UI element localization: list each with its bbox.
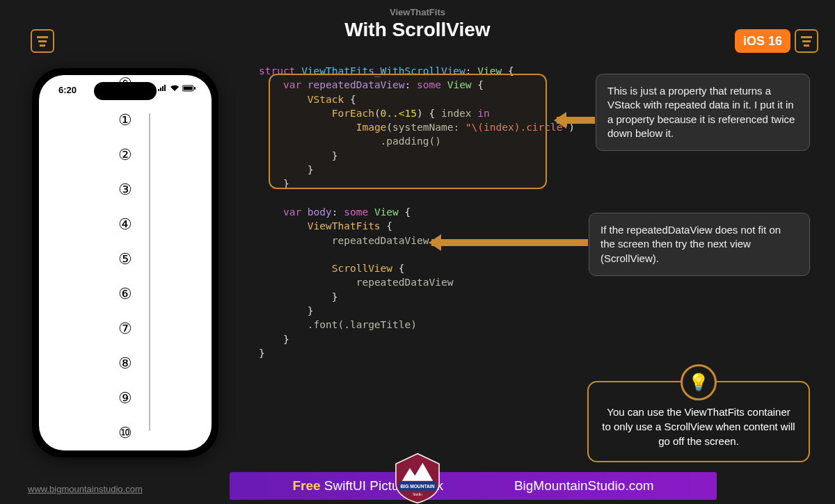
header-subtitle: ViewThatFits bbox=[0, 7, 835, 17]
promo-banner[interactable]: Free SwiftUI Picture book BigMountainStu… bbox=[230, 472, 717, 500]
list-item: ⑧ bbox=[39, 346, 212, 381]
brand-logo: BIG MOUNTAIN Studio bbox=[392, 453, 443, 504]
arrow-icon bbox=[431, 239, 588, 246]
callout-fallback: If the repeatedDataView does not fit on … bbox=[589, 213, 810, 276]
filter-icon bbox=[801, 36, 812, 47]
list-item: ⑩ bbox=[39, 416, 212, 450]
list-item: ① bbox=[39, 103, 212, 138]
phone-mockup: ⓪ 6:20 ① ② ③ ④ ⑤ ⑥ ⑦ ⑧ ⑨ ⑩ ⑪ bbox=[32, 68, 218, 457]
code-block: struct ViewThatFits_WithScrollView: View… bbox=[259, 64, 575, 360]
status-icons bbox=[157, 85, 196, 92]
scroll-indicator bbox=[149, 113, 150, 431]
phone-screen: ⓪ 6:20 ① ② ③ ④ ⑤ ⑥ ⑦ ⑧ ⑨ ⑩ ⑪ bbox=[39, 75, 212, 450]
lightbulb-icon: 💡 bbox=[681, 364, 717, 400]
list-item: ③ bbox=[39, 172, 212, 207]
list-item: ⑤ bbox=[39, 242, 212, 277]
list-item: ⑥ bbox=[39, 277, 212, 311]
page-title: With ScrollView bbox=[0, 19, 835, 41]
list-item: ② bbox=[39, 138, 212, 172]
filter-button-right[interactable] bbox=[795, 29, 818, 53]
footer-link[interactable]: www.bigmountainstudio.com bbox=[28, 484, 143, 494]
arrow-icon bbox=[557, 117, 595, 124]
phone-list: ① ② ③ ④ ⑤ ⑥ ⑦ ⑧ ⑨ ⑩ ⑪ bbox=[39, 103, 212, 450]
list-item: ④ bbox=[39, 207, 212, 242]
svg-text:Studio: Studio bbox=[413, 492, 422, 496]
svg-text:BIG MOUNTAIN: BIG MOUNTAIN bbox=[400, 484, 434, 489]
ios-version-badge: iOS 16 bbox=[735, 29, 790, 53]
list-item: ⑦ bbox=[39, 311, 212, 346]
svg-rect-2 bbox=[194, 87, 196, 90]
svg-rect-1 bbox=[184, 87, 193, 90]
callout-property: This is just a property that returns a V… bbox=[596, 74, 810, 151]
list-item: ⑨ bbox=[39, 381, 212, 416]
tip-box: 💡 You can use the ViewThatFits container… bbox=[587, 381, 810, 462]
phone-notch bbox=[94, 82, 157, 100]
filter-button-left[interactable] bbox=[31, 29, 54, 53]
tip-text: You can use the ViewThatFits container t… bbox=[602, 406, 795, 447]
status-time: 6:20 bbox=[58, 85, 77, 95]
filter-icon bbox=[37, 36, 48, 47]
